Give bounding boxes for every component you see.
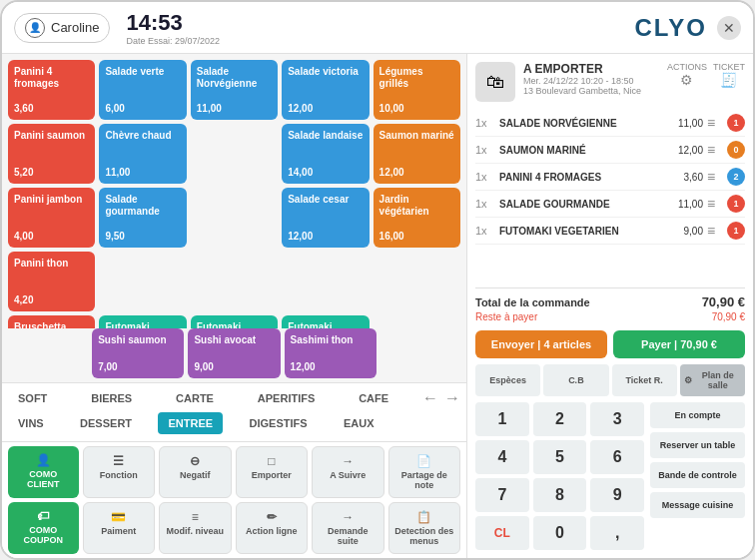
num-4[interactable]: 4 [475, 440, 529, 474]
reserver-table-button[interactable]: Reserver un table [650, 432, 745, 458]
menu-item[interactable]: Panini thon 4,20 [8, 252, 95, 311]
order-item[interactable]: 1x SAUMON MARINÉ 12,00 ≡ 0 [475, 137, 745, 164]
como-client-button[interactable]: 👤 COMO CLIENT [8, 446, 79, 498]
category-tabs: SOFT BIERES CARTE APERITIFS CAFE ← → VIN… [2, 382, 466, 441]
reste-label: Reste à payer [475, 311, 537, 322]
ticket-icon: 🧾 [713, 72, 745, 88]
num-1[interactable]: 1 [475, 402, 529, 436]
emporter-button[interactable]: □ Emporter [236, 446, 309, 498]
total-row: Total de la commande 70,90 € [475, 294, 745, 309]
tab-entree[interactable]: ENTREE [158, 412, 223, 434]
user-badge[interactable]: 👤 Caroline [14, 13, 110, 43]
detection-menus-button[interactable]: 📋 Detection des menus [388, 502, 461, 554]
tab-carte[interactable]: CARTE [166, 387, 224, 409]
tab-cafe[interactable]: CAFE [349, 387, 398, 409]
en-compte-button[interactable]: En compte [650, 402, 745, 428]
menu-item[interactable]: Panini jambon 4,00 [8, 188, 95, 248]
gear-icon: ⚙ [684, 375, 692, 385]
tab-eaux[interactable]: EAUX [334, 412, 384, 434]
pay-tab-cb[interactable]: C.B [543, 364, 608, 396]
a-suivre-button[interactable]: → A Suivre [312, 446, 384, 498]
demande-suite-button[interactable]: → Demande suite [312, 502, 384, 554]
tab-dessert[interactable]: DESSERT [70, 412, 142, 434]
num-3[interactable]: 3 [590, 402, 644, 436]
order-item[interactable]: 1x FUTOMAKI VEGETARIEN 9,00 ≡ 1 [475, 218, 745, 245]
tab-bieres[interactable]: BIERES [81, 387, 142, 409]
menu-item[interactable]: Salade verte 6,00 [99, 60, 186, 120]
menu-item[interactable]: Chèvre chaud 11,00 [99, 124, 186, 184]
menu-item[interactable]: Salade victoria 12,00 [282, 60, 369, 120]
reste-amount: 70,90 € [712, 311, 745, 322]
menu-item[interactable]: Sashimi thon 12,00 [285, 328, 377, 378]
order-item[interactable]: 1x SALADE NORVÉGIENNE 11,00 ≡ 1 [475, 110, 745, 137]
tabs-row-1: SOFT BIERES CARTE APERITIFS CAFE ← → [8, 387, 460, 409]
envoyer-button[interactable]: Envoyer | 4 articles [475, 330, 607, 358]
menu-item[interactable]: Jardin végétarien 16,00 [374, 188, 460, 248]
num-6[interactable]: 6 [590, 440, 644, 474]
payment-tabs: Espèces C.B Ticket R. ⚙ Plan de salle [475, 364, 745, 396]
order-date: Mer. 24/12/22 10:20 - 18:50 [523, 76, 659, 86]
pay-tab-ticket[interactable]: Ticket R. [612, 364, 677, 396]
fonction-button[interactable]: ☰ Fonction [83, 446, 156, 498]
menu-item[interactable]: Sushi saumon 7,00 [92, 328, 184, 378]
num-comma[interactable]: , [590, 516, 644, 550]
tab-digestifs[interactable]: DIGESTIFS [240, 412, 318, 434]
bande-controle-button[interactable]: Bande de controle [650, 462, 745, 488]
num-2[interactable]: 2 [533, 402, 587, 436]
order-item[interactable]: 1x SALADE GOURMANDE 11,00 ≡ 1 [475, 191, 745, 218]
menu-item[interactable]: Bruschetta 9,50 [8, 315, 95, 328]
num-cl[interactable]: CL [475, 516, 529, 550]
header-time: 14:53 Date Essai: 29/07/2022 [126, 10, 220, 46]
order-totals: Total de la commande 70,90 € Reste à pay… [475, 287, 745, 330]
order-actions: ACTIONS ⚙ TICKET 🧾 [667, 62, 745, 88]
tab-next-arrow[interactable]: → [444, 389, 460, 407]
order-item[interactable]: 1x PANINI 4 FROMAGES 3,60 ≡ 2 [475, 164, 745, 191]
pay-tab-especes[interactable]: Espèces [475, 364, 540, 396]
num-8[interactable]: 8 [533, 478, 587, 512]
tab-soft[interactable]: SOFT [8, 387, 57, 409]
order-type-icon: 🛍 [475, 62, 515, 102]
clyo-logo: CLYO [635, 14, 707, 42]
negatif-button[interactable]: ⊖ Negatif [159, 446, 232, 498]
menu-item[interactable]: Légumes grillés 10,00 [374, 60, 460, 120]
action-ligne-button[interactable]: ✏ Action ligne [236, 502, 309, 554]
pay-tab-plan[interactable]: ⚙ Plan de salle [680, 364, 745, 396]
tab-aperitifs[interactable]: APERITIFS [248, 387, 325, 409]
order-header: 🛍 A EMPORTER Mer. 24/12/22 10:20 - 18:50… [475, 62, 745, 102]
menu-item[interactable]: Saumon mariné 12,00 [374, 124, 460, 184]
menu-item[interactable]: Salade Norvégienne 11,00 [191, 60, 278, 120]
menu-item[interactable]: Salade gourmande 9,50 [99, 188, 186, 248]
payer-button[interactable]: Payer | 70,90 € [613, 330, 745, 358]
menu-item-empty [374, 252, 460, 311]
order-type: A EMPORTER [523, 62, 659, 76]
num-5[interactable]: 5 [533, 440, 587, 474]
side-buttons: En compte Reserver un table Bande de con… [650, 402, 745, 550]
menu-grid: Panini 4 fromages 3,60 Salade verte 6,00… [2, 54, 466, 328]
menu-item[interactable]: Panini 4 fromages 3,60 [8, 60, 95, 120]
menu-item[interactable]: Futomaki avocat 7,00 [99, 315, 186, 328]
tabs-row-2: VINS DESSERT ENTREE DIGESTIFS EAUX [8, 412, 460, 434]
menu-item[interactable]: Salade landaise 14,00 [282, 124, 369, 184]
paiment-button[interactable]: 💳 Paiment [83, 502, 156, 554]
actions-icon: ⚙ [667, 72, 707, 88]
partage-note-button[interactable]: 📄 Partage de note [388, 446, 461, 498]
menu-item[interactable]: Sushi avocat 9,00 [188, 328, 280, 378]
numpad: 1 2 3 4 5 6 7 8 9 CL 0 , [475, 402, 644, 550]
num-0[interactable]: 0 [533, 516, 587, 550]
tab-arrows: ← → [422, 389, 460, 407]
modif-niveau-button[interactable]: ≡ Modif. niveau [159, 502, 232, 554]
message-cuisine-button[interactable]: Message cuisine [650, 492, 745, 518]
menu-item[interactable]: Salade cesar 12,00 [282, 188, 369, 248]
tab-vins[interactable]: VINS [8, 412, 54, 434]
user-icon: 👤 [25, 18, 45, 38]
close-button[interactable]: ✕ [717, 16, 741, 40]
right-panel: 🛍 A EMPORTER Mer. 24/12/22 10:20 - 18:50… [466, 54, 753, 558]
menu-item[interactable]: Futomaki vegetarien 6,00 [191, 315, 278, 328]
tab-prev-arrow[interactable]: ← [422, 389, 438, 407]
menu-item[interactable]: Panini saumon 5,20 [8, 124, 95, 184]
menu-item[interactable]: Futomaki saumon 6,00 [282, 315, 369, 328]
num-7[interactable]: 7 [475, 478, 529, 512]
como-coupon-button[interactable]: 🏷 COMO COUPON [8, 502, 79, 554]
menu-item-empty [99, 252, 186, 311]
num-9[interactable]: 9 [590, 478, 644, 512]
